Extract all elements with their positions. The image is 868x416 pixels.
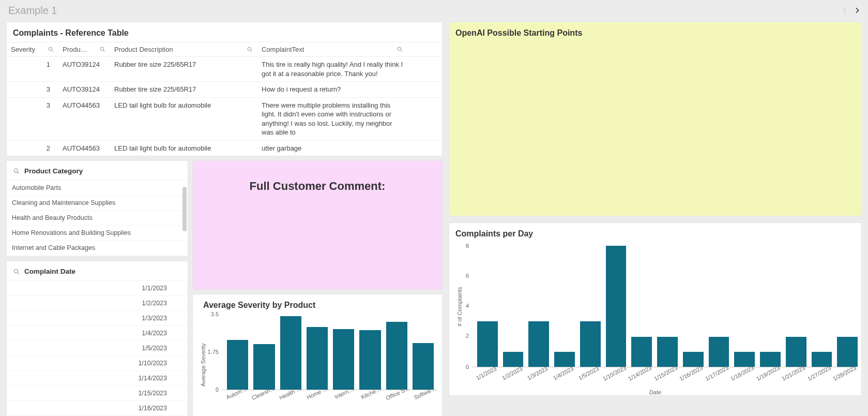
svg-point-8 xyxy=(14,169,18,172)
svg-line-7 xyxy=(401,50,402,52)
date-filter-title: Complaint Date xyxy=(24,268,75,275)
svg-line-9 xyxy=(18,172,19,173)
svg-line-5 xyxy=(251,50,252,52)
complaints-reference-table: Complaints - Reference Table Severity Pr… xyxy=(6,22,443,156)
list-item[interactable]: Cleaning and Maintenance Supplies xyxy=(7,196,188,211)
svg-point-6 xyxy=(398,47,401,51)
cpd-xlabel: Date xyxy=(449,389,861,395)
ref-table-title: Complaints - Reference Table xyxy=(7,22,442,42)
search-icon[interactable] xyxy=(99,46,106,53)
openai-starting-points: OpenAI Possible Starting Points xyxy=(449,22,862,216)
svg-line-11 xyxy=(18,272,19,274)
chart-bar[interactable] xyxy=(280,316,301,390)
svg-line-3 xyxy=(103,50,105,52)
chart-bar[interactable] xyxy=(413,343,434,390)
col-header-product[interactable]: Produ… xyxy=(58,42,110,56)
complaints-per-day-chart: Complaints per Day # of Complaints 8 6 4… xyxy=(449,222,862,396)
svg-point-4 xyxy=(248,47,251,51)
list-item[interactable]: 1/14/2023 xyxy=(7,371,188,386)
svg-point-2 xyxy=(100,47,104,51)
chart-bar[interactable] xyxy=(528,321,549,367)
search-icon[interactable] xyxy=(48,46,54,53)
chart-bar[interactable] xyxy=(477,321,498,367)
col-header-description[interactable]: Product Description xyxy=(110,42,257,56)
openai-title: OpenAI Possible Starting Points xyxy=(449,22,861,42)
list-item[interactable]: 1/15/2023 xyxy=(7,386,188,401)
chart-bar[interactable] xyxy=(307,327,328,390)
list-item[interactable]: 1/5/2023 xyxy=(7,341,188,356)
chart-bar[interactable] xyxy=(657,337,678,367)
list-item[interactable]: 1/2/2023 xyxy=(7,296,188,311)
product-category-filter: Product Category Automobile PartsCleanin… xyxy=(6,160,188,257)
comment-title: Full Customer Comment: xyxy=(250,180,386,193)
chart-bar[interactable] xyxy=(227,340,248,390)
list-item[interactable]: Home Renovations and Building Supplies xyxy=(7,226,188,241)
full-customer-comment: Full Customer Comment: xyxy=(192,160,443,290)
svg-line-1 xyxy=(52,50,53,52)
list-item[interactable]: Internet and Cable Packages xyxy=(7,241,188,256)
table-row[interactable]: 3AUTO39124Rubber tire size 225/65R17How … xyxy=(7,82,442,98)
search-icon[interactable] xyxy=(13,268,20,275)
chart-bar[interactable] xyxy=(786,337,806,367)
list-item[interactable]: 1/1/2023 xyxy=(7,281,188,296)
chart-bar[interactable] xyxy=(359,330,380,390)
search-icon[interactable] xyxy=(13,168,20,175)
category-filter-title: Product Category xyxy=(24,167,83,175)
chart-bar[interactable] xyxy=(253,344,275,390)
svg-point-0 xyxy=(49,47,52,51)
chevron-left-icon[interactable] xyxy=(840,6,849,15)
table-row[interactable]: 2AUTO44563LED tail light bulb for automo… xyxy=(7,141,442,156)
search-icon[interactable] xyxy=(397,46,403,53)
chart-bar[interactable] xyxy=(606,246,627,367)
chart-bar[interactable] xyxy=(631,337,652,367)
list-item[interactable]: 1/3/2023 xyxy=(7,311,188,326)
chart-bar[interactable] xyxy=(709,337,729,367)
chart-bar[interactable] xyxy=(333,329,354,390)
severity-title: Average Severity by Product xyxy=(197,294,440,314)
table-row[interactable]: 3AUTO44563LED tail light bulb for automo… xyxy=(7,98,442,141)
chart-bar[interactable] xyxy=(386,322,407,390)
table-header: Severity Produ… Product Description Comp… xyxy=(7,42,442,57)
col-header-severity[interactable]: Severity xyxy=(7,42,58,56)
list-item[interactable]: 1/16/2023 xyxy=(7,401,188,416)
search-icon[interactable] xyxy=(247,46,253,53)
list-item[interactable]: Health and Beauty Products xyxy=(7,211,188,226)
table-row[interactable]: 1AUTO39124Rubber tire size 225/65R17This… xyxy=(7,57,442,82)
list-item[interactable]: 1/10/2023 xyxy=(7,356,188,371)
avg-severity-chart: Average Severity by Product Average Seve… xyxy=(192,294,443,416)
cpd-title: Complaints per Day xyxy=(449,223,861,243)
page-nav xyxy=(840,6,862,15)
list-item[interactable]: Automobile Parts xyxy=(7,181,188,196)
scrollbar[interactable] xyxy=(182,185,187,255)
svg-point-10 xyxy=(14,269,18,273)
chart-bar[interactable] xyxy=(837,337,858,367)
list-item[interactable]: 1/4/2023 xyxy=(7,326,188,341)
complaint-date-filter: Complaint Date 1/1/20231/2/20231/3/20231… xyxy=(6,261,188,416)
page-title: Example 1 xyxy=(8,5,57,17)
col-header-complaint[interactable]: ComplaintText xyxy=(257,42,407,56)
chevron-right-icon[interactable] xyxy=(852,6,862,15)
chart-bar[interactable] xyxy=(580,321,601,367)
